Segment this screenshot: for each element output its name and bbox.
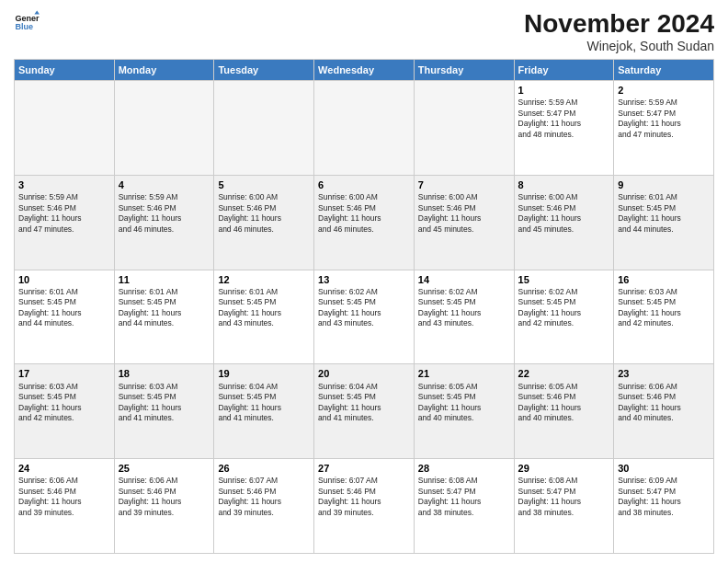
day-info: Sunrise: 6:03 AM Sunset: 5:45 PM Dayligh… bbox=[618, 287, 710, 329]
day-info: Sunrise: 6:03 AM Sunset: 5:45 PM Dayligh… bbox=[119, 382, 210, 424]
day-number: 22 bbox=[518, 367, 610, 380]
day-number: 13 bbox=[318, 273, 410, 286]
calendar-cell: 29Sunrise: 6:08 AM Sunset: 5:47 PM Dayli… bbox=[514, 459, 614, 554]
day-number: 14 bbox=[418, 273, 510, 286]
day-number: 5 bbox=[218, 178, 310, 191]
day-number: 1 bbox=[518, 84, 610, 97]
day-info: Sunrise: 6:01 AM Sunset: 5:45 PM Dayligh… bbox=[618, 192, 710, 235]
calendar-cell bbox=[414, 81, 514, 176]
header: General Blue November 2024 Winejok, Sout… bbox=[14, 9, 714, 53]
col-tuesday: Tuesday bbox=[214, 60, 314, 81]
day-number: 27 bbox=[318, 462, 410, 475]
day-info: Sunrise: 6:01 AM Sunset: 5:45 PM Dayligh… bbox=[218, 287, 310, 329]
calendar-table: Sunday Monday Tuesday Wednesday Thursday… bbox=[14, 59, 714, 554]
day-number: 24 bbox=[18, 462, 110, 475]
col-sunday: Sunday bbox=[15, 60, 115, 81]
calendar-cell: 21Sunrise: 6:05 AM Sunset: 5:45 PM Dayli… bbox=[414, 364, 514, 459]
day-info: Sunrise: 6:02 AM Sunset: 5:45 PM Dayligh… bbox=[418, 287, 510, 329]
calendar-cell: 18Sunrise: 6:03 AM Sunset: 5:45 PM Dayli… bbox=[114, 364, 214, 459]
day-info: Sunrise: 5:59 AM Sunset: 5:46 PM Dayligh… bbox=[119, 192, 210, 235]
day-number: 3 bbox=[18, 178, 110, 191]
calendar-cell: 5Sunrise: 6:00 AM Sunset: 5:46 PM Daylig… bbox=[214, 175, 314, 270]
page: General Blue November 2024 Winejok, Sout… bbox=[0, 0, 728, 563]
logo: General Blue bbox=[14, 9, 40, 35]
day-info: Sunrise: 5:59 AM Sunset: 5:47 PM Dayligh… bbox=[618, 98, 710, 140]
day-info: Sunrise: 6:08 AM Sunset: 5:47 PM Dayligh… bbox=[418, 476, 510, 518]
day-info: Sunrise: 6:00 AM Sunset: 5:46 PM Dayligh… bbox=[218, 192, 310, 235]
calendar-week-2: 3Sunrise: 5:59 AM Sunset: 5:46 PM Daylig… bbox=[15, 175, 714, 270]
day-number: 20 bbox=[318, 367, 410, 380]
day-info: Sunrise: 6:06 AM Sunset: 5:46 PM Dayligh… bbox=[618, 382, 710, 424]
logo-icon: General Blue bbox=[14, 9, 40, 35]
day-number: 10 bbox=[18, 273, 110, 286]
calendar-cell: 9Sunrise: 6:01 AM Sunset: 5:45 PM Daylig… bbox=[614, 175, 714, 270]
day-number: 11 bbox=[119, 273, 210, 286]
day-info: Sunrise: 6:01 AM Sunset: 5:45 PM Dayligh… bbox=[119, 287, 210, 329]
calendar-week-1: 1Sunrise: 5:59 AM Sunset: 5:47 PM Daylig… bbox=[15, 81, 714, 176]
day-info: Sunrise: 5:59 AM Sunset: 5:46 PM Dayligh… bbox=[18, 192, 110, 235]
day-number: 9 bbox=[618, 178, 710, 191]
calendar-cell: 7Sunrise: 6:00 AM Sunset: 5:46 PM Daylig… bbox=[414, 175, 514, 270]
day-number: 8 bbox=[518, 178, 610, 191]
day-number: 17 bbox=[18, 367, 110, 380]
calendar-cell: 14Sunrise: 6:02 AM Sunset: 5:45 PM Dayli… bbox=[414, 270, 514, 364]
col-saturday: Saturday bbox=[614, 60, 714, 81]
day-info: Sunrise: 6:05 AM Sunset: 5:46 PM Dayligh… bbox=[518, 382, 610, 424]
calendar-cell bbox=[314, 81, 415, 176]
calendar-cell bbox=[214, 81, 314, 176]
day-info: Sunrise: 6:01 AM Sunset: 5:45 PM Dayligh… bbox=[18, 287, 110, 329]
day-info: Sunrise: 6:00 AM Sunset: 5:46 PM Dayligh… bbox=[418, 192, 510, 235]
calendar-cell: 30Sunrise: 6:09 AM Sunset: 5:47 PM Dayli… bbox=[614, 459, 714, 554]
calendar-week-5: 24Sunrise: 6:06 AM Sunset: 5:46 PM Dayli… bbox=[15, 459, 714, 554]
calendar-cell: 11Sunrise: 6:01 AM Sunset: 5:45 PM Dayli… bbox=[114, 270, 214, 364]
day-info: Sunrise: 6:09 AM Sunset: 5:47 PM Dayligh… bbox=[618, 476, 710, 518]
calendar-week-4: 17Sunrise: 6:03 AM Sunset: 5:45 PM Dayli… bbox=[15, 364, 714, 459]
day-info: Sunrise: 6:06 AM Sunset: 5:46 PM Dayligh… bbox=[119, 476, 210, 518]
day-number: 25 bbox=[119, 462, 210, 475]
day-number: 28 bbox=[418, 462, 510, 475]
day-info: Sunrise: 5:59 AM Sunset: 5:47 PM Dayligh… bbox=[518, 98, 610, 140]
month-title: November 2024 bbox=[524, 9, 714, 39]
calendar-cell: 15Sunrise: 6:02 AM Sunset: 5:45 PM Dayli… bbox=[514, 270, 614, 364]
day-number: 4 bbox=[119, 178, 210, 191]
day-info: Sunrise: 6:04 AM Sunset: 5:45 PM Dayligh… bbox=[318, 382, 410, 424]
day-info: Sunrise: 6:03 AM Sunset: 5:45 PM Dayligh… bbox=[18, 382, 110, 424]
day-info: Sunrise: 6:07 AM Sunset: 5:46 PM Dayligh… bbox=[318, 476, 410, 518]
day-info: Sunrise: 6:06 AM Sunset: 5:46 PM Dayligh… bbox=[18, 476, 110, 518]
calendar-header-row: Sunday Monday Tuesday Wednesday Thursday… bbox=[15, 60, 714, 81]
calendar-cell: 25Sunrise: 6:06 AM Sunset: 5:46 PM Dayli… bbox=[114, 459, 214, 554]
calendar-cell: 12Sunrise: 6:01 AM Sunset: 5:45 PM Dayli… bbox=[214, 270, 314, 364]
calendar-cell: 10Sunrise: 6:01 AM Sunset: 5:45 PM Dayli… bbox=[15, 270, 115, 364]
col-monday: Monday bbox=[114, 60, 214, 81]
calendar-cell: 22Sunrise: 6:05 AM Sunset: 5:46 PM Dayli… bbox=[514, 364, 614, 459]
day-info: Sunrise: 6:08 AM Sunset: 5:47 PM Dayligh… bbox=[518, 476, 610, 518]
calendar-cell: 3Sunrise: 5:59 AM Sunset: 5:46 PM Daylig… bbox=[15, 175, 115, 270]
day-number: 29 bbox=[518, 462, 610, 475]
calendar-cell: 23Sunrise: 6:06 AM Sunset: 5:46 PM Dayli… bbox=[614, 364, 714, 459]
calendar-cell: 8Sunrise: 6:00 AM Sunset: 5:46 PM Daylig… bbox=[514, 175, 614, 270]
calendar-cell: 2Sunrise: 5:59 AM Sunset: 5:47 PM Daylig… bbox=[614, 81, 714, 176]
day-info: Sunrise: 6:04 AM Sunset: 5:45 PM Dayligh… bbox=[218, 382, 310, 424]
col-thursday: Thursday bbox=[414, 60, 514, 81]
calendar-cell: 13Sunrise: 6:02 AM Sunset: 5:45 PM Dayli… bbox=[314, 270, 415, 364]
svg-marker-2 bbox=[34, 10, 40, 14]
day-info: Sunrise: 6:05 AM Sunset: 5:45 PM Dayligh… bbox=[418, 382, 510, 424]
day-info: Sunrise: 6:07 AM Sunset: 5:46 PM Dayligh… bbox=[218, 476, 310, 518]
day-info: Sunrise: 6:00 AM Sunset: 5:46 PM Dayligh… bbox=[518, 192, 610, 235]
calendar-cell: 19Sunrise: 6:04 AM Sunset: 5:45 PM Dayli… bbox=[214, 364, 314, 459]
location: Winejok, South Sudan bbox=[524, 39, 714, 53]
day-number: 2 bbox=[618, 84, 710, 97]
title-section: November 2024 Winejok, South Sudan bbox=[524, 9, 714, 53]
day-number: 7 bbox=[418, 178, 510, 191]
col-friday: Friday bbox=[514, 60, 614, 81]
day-info: Sunrise: 6:02 AM Sunset: 5:45 PM Dayligh… bbox=[518, 287, 610, 329]
calendar-cell bbox=[114, 81, 214, 176]
calendar-cell: 26Sunrise: 6:07 AM Sunset: 5:46 PM Dayli… bbox=[214, 459, 314, 554]
day-number: 15 bbox=[518, 273, 610, 286]
day-number: 30 bbox=[618, 462, 710, 475]
day-number: 12 bbox=[218, 273, 310, 286]
calendar-cell: 4Sunrise: 5:59 AM Sunset: 5:46 PM Daylig… bbox=[114, 175, 214, 270]
calendar-cell: 20Sunrise: 6:04 AM Sunset: 5:45 PM Dayli… bbox=[314, 364, 415, 459]
calendar-cell: 1Sunrise: 5:59 AM Sunset: 5:47 PM Daylig… bbox=[514, 81, 614, 176]
svg-text:General: General bbox=[15, 14, 40, 23]
